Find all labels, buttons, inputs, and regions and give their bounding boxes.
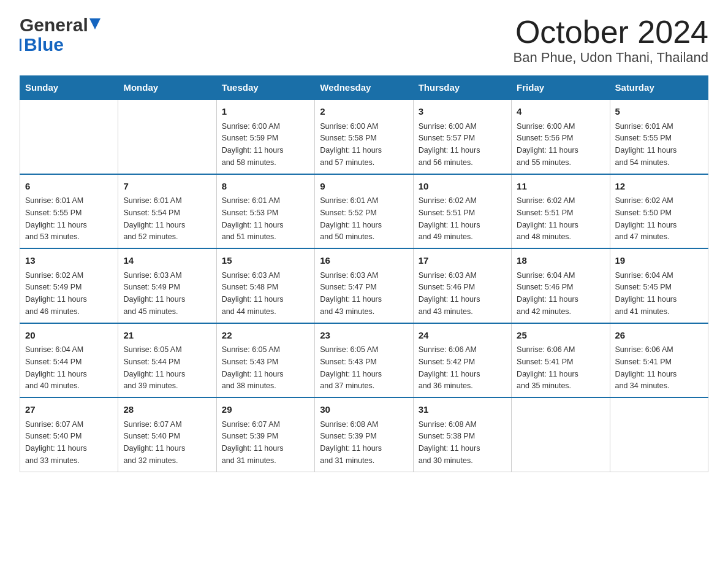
calendar-cell: 20Sunrise: 6:04 AMSunset: 5:44 PMDayligh… [20, 323, 118, 398]
day-number: 27 [25, 403, 113, 417]
day-number: 3 [419, 105, 506, 119]
day-number: 2 [320, 105, 408, 119]
day-info: Sunrise: 6:05 AMSunset: 5:43 PMDaylight:… [320, 345, 382, 390]
logo-blue: Blue [24, 34, 64, 55]
calendar-header-monday: Monday [118, 76, 216, 100]
day-info: Sunrise: 6:06 AMSunset: 5:41 PMDaylight:… [615, 345, 677, 390]
day-info: Sunrise: 6:02 AMSunset: 5:49 PMDaylight:… [25, 271, 87, 316]
day-number: 6 [25, 180, 113, 194]
day-number: 20 [25, 329, 113, 343]
day-info: Sunrise: 6:04 AMSunset: 5:46 PMDaylight:… [517, 271, 578, 316]
day-number: 21 [123, 329, 211, 343]
calendar-cell: 30Sunrise: 6:08 AMSunset: 5:39 PMDayligh… [315, 397, 413, 472]
calendar-cell [512, 397, 610, 472]
day-info: Sunrise: 6:03 AMSunset: 5:47 PMDaylight:… [320, 271, 382, 316]
calendar-cell: 7Sunrise: 6:01 AMSunset: 5:54 PMDaylight… [118, 174, 216, 249]
day-number: 24 [419, 329, 506, 343]
day-number: 7 [123, 180, 211, 194]
day-info: Sunrise: 6:05 AMSunset: 5:43 PMDaylight:… [222, 345, 284, 390]
day-number: 19 [615, 254, 703, 268]
calendar-cell: 18Sunrise: 6:04 AMSunset: 5:46 PMDayligh… [512, 248, 610, 323]
calendar-header-thursday: Thursday [413, 76, 511, 100]
calendar-cell: 10Sunrise: 6:02 AMSunset: 5:51 PMDayligh… [413, 174, 511, 249]
day-number: 8 [222, 180, 309, 194]
calendar-week-3: 20Sunrise: 6:04 AMSunset: 5:44 PMDayligh… [20, 323, 708, 398]
day-number: 16 [320, 254, 408, 268]
day-number: 23 [320, 329, 408, 343]
day-number: 1 [222, 105, 309, 119]
day-number: 18 [517, 254, 604, 268]
calendar-header-wednesday: Wednesday [315, 76, 413, 100]
page-header: General Blue October 2024 Ban Phue, Udon… [20, 15, 708, 66]
calendar-cell: 8Sunrise: 6:01 AMSunset: 5:53 PMDaylight… [216, 174, 314, 249]
calendar-cell: 17Sunrise: 6:03 AMSunset: 5:46 PMDayligh… [413, 248, 511, 323]
calendar-cell: 2Sunrise: 6:00 AMSunset: 5:58 PMDaylight… [315, 99, 413, 174]
calendar-cell: 25Sunrise: 6:06 AMSunset: 5:41 PMDayligh… [512, 323, 610, 398]
calendar-cell: 31Sunrise: 6:08 AMSunset: 5:38 PMDayligh… [413, 397, 511, 472]
calendar-cell: 26Sunrise: 6:06 AMSunset: 5:41 PMDayligh… [610, 323, 708, 398]
day-info: Sunrise: 6:01 AMSunset: 5:55 PMDaylight:… [615, 122, 677, 167]
calendar-cell: 28Sunrise: 6:07 AMSunset: 5:40 PMDayligh… [118, 397, 216, 472]
day-info: Sunrise: 6:06 AMSunset: 5:42 PMDaylight:… [419, 345, 480, 390]
day-info: Sunrise: 6:01 AMSunset: 5:55 PMDaylight:… [25, 196, 87, 241]
day-info: Sunrise: 6:03 AMSunset: 5:46 PMDaylight:… [419, 271, 480, 316]
day-info: Sunrise: 6:02 AMSunset: 5:51 PMDaylight:… [419, 196, 480, 241]
day-number: 25 [517, 329, 604, 343]
day-number: 29 [222, 403, 309, 417]
day-number: 26 [615, 329, 703, 343]
calendar-cell: 29Sunrise: 6:07 AMSunset: 5:39 PMDayligh… [216, 397, 314, 472]
day-info: Sunrise: 6:07 AMSunset: 5:40 PMDaylight:… [123, 420, 185, 465]
day-number: 30 [320, 403, 408, 417]
calendar-cell: 23Sunrise: 6:05 AMSunset: 5:43 PMDayligh… [315, 323, 413, 398]
calendar-cell: 3Sunrise: 6:00 AMSunset: 5:57 PMDaylight… [413, 99, 511, 174]
day-info: Sunrise: 6:05 AMSunset: 5:44 PMDaylight:… [123, 345, 185, 390]
calendar-cell [118, 99, 216, 174]
calendar-header-friday: Friday [512, 76, 610, 100]
day-info: Sunrise: 6:04 AMSunset: 5:44 PMDaylight:… [25, 345, 87, 390]
calendar-cell: 11Sunrise: 6:02 AMSunset: 5:51 PMDayligh… [512, 174, 610, 249]
day-info: Sunrise: 6:07 AMSunset: 5:39 PMDaylight:… [222, 420, 284, 465]
logo-general: General [20, 15, 88, 36]
day-number: 10 [419, 180, 506, 194]
calendar-cell: 1Sunrise: 6:00 AMSunset: 5:59 PMDaylight… [216, 99, 314, 174]
calendar-cell: 12Sunrise: 6:02 AMSunset: 5:50 PMDayligh… [610, 174, 708, 249]
location-title: Ban Phue, Udon Thani, Thailand [514, 50, 708, 66]
calendar-week-2: 13Sunrise: 6:02 AMSunset: 5:49 PMDayligh… [20, 248, 708, 323]
calendar-table: SundayMondayTuesdayWednesdayThursdayFrid… [20, 75, 708, 472]
day-number: 22 [222, 329, 309, 343]
day-info: Sunrise: 6:03 AMSunset: 5:49 PMDaylight:… [123, 271, 185, 316]
calendar-week-4: 27Sunrise: 6:07 AMSunset: 5:40 PMDayligh… [20, 397, 708, 472]
day-info: Sunrise: 6:01 AMSunset: 5:53 PMDaylight:… [222, 196, 284, 241]
calendar-cell [610, 397, 708, 472]
day-number: 5 [615, 105, 703, 119]
calendar-header-sunday: Sunday [20, 76, 118, 100]
calendar-cell: 24Sunrise: 6:06 AMSunset: 5:42 PMDayligh… [413, 323, 511, 398]
day-number: 17 [419, 254, 506, 268]
day-info: Sunrise: 6:08 AMSunset: 5:39 PMDaylight:… [320, 420, 382, 465]
calendar-cell: 16Sunrise: 6:03 AMSunset: 5:47 PMDayligh… [315, 248, 413, 323]
day-info: Sunrise: 6:00 AMSunset: 5:58 PMDaylight:… [320, 122, 382, 167]
day-number: 15 [222, 254, 309, 268]
calendar-cell: 19Sunrise: 6:04 AMSunset: 5:45 PMDayligh… [610, 248, 708, 323]
day-number: 31 [419, 403, 506, 417]
calendar-cell: 13Sunrise: 6:02 AMSunset: 5:49 PMDayligh… [20, 248, 118, 323]
day-number: 4 [517, 105, 604, 119]
day-info: Sunrise: 6:02 AMSunset: 5:51 PMDaylight:… [517, 196, 578, 241]
day-info: Sunrise: 6:01 AMSunset: 5:54 PMDaylight:… [123, 196, 185, 241]
calendar-week-0: 1Sunrise: 6:00 AMSunset: 5:59 PMDaylight… [20, 99, 708, 174]
calendar-cell [20, 99, 118, 174]
calendar-cell: 21Sunrise: 6:05 AMSunset: 5:44 PMDayligh… [118, 323, 216, 398]
svg-marker-0 [89, 18, 100, 29]
day-info: Sunrise: 6:01 AMSunset: 5:52 PMDaylight:… [320, 196, 382, 241]
calendar-cell: 6Sunrise: 6:01 AMSunset: 5:55 PMDaylight… [20, 174, 118, 249]
day-info: Sunrise: 6:06 AMSunset: 5:41 PMDaylight:… [517, 345, 578, 390]
calendar-cell: 14Sunrise: 6:03 AMSunset: 5:49 PMDayligh… [118, 248, 216, 323]
calendar-week-1: 6Sunrise: 6:01 AMSunset: 5:55 PMDaylight… [20, 174, 708, 249]
logo: General Blue [20, 15, 100, 55]
day-info: Sunrise: 6:07 AMSunset: 5:40 PMDaylight:… [25, 420, 87, 465]
calendar-cell: 9Sunrise: 6:01 AMSunset: 5:52 PMDaylight… [315, 174, 413, 249]
logo-triangle-icon [89, 18, 100, 29]
day-number: 11 [517, 180, 604, 194]
day-info: Sunrise: 6:08 AMSunset: 5:38 PMDaylight:… [419, 420, 480, 465]
calendar-header-tuesday: Tuesday [216, 76, 314, 100]
